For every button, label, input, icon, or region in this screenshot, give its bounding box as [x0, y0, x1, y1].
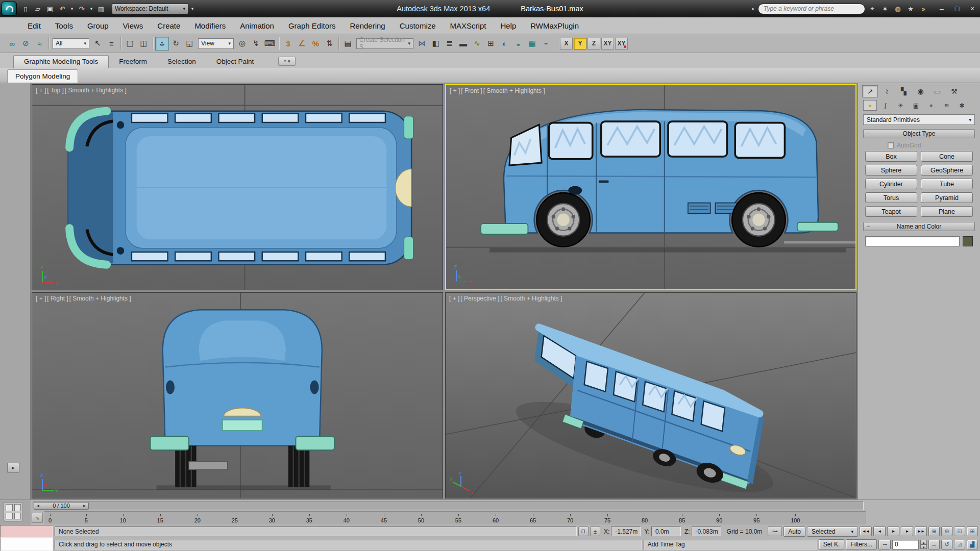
minimize-button[interactable]: – — [934, 3, 949, 15]
pyramid-button[interactable]: Pyramid — [921, 192, 973, 203]
open-file-button[interactable]: ▱ — [32, 3, 43, 14]
menu-group[interactable]: Group — [80, 21, 116, 30]
coordinate-system-dropdown[interactable]: View ▾ — [198, 38, 234, 49]
render-production-icon[interactable]: ◓ — [539, 37, 553, 51]
axis-z-button[interactable]: Z — [587, 38, 600, 49]
favorites-star-icon[interactable]: ★ — [905, 3, 916, 14]
selection-region-icon[interactable]: ▢ — [123, 37, 137, 51]
select-move-icon[interactable]: ↔ ↕ — [155, 37, 169, 51]
y-coord-field[interactable]: 0.0m — [651, 527, 681, 536]
zoom-icon[interactable]: ⊕ — [928, 527, 940, 536]
zoom-region-icon[interactable]: ⊞ — [967, 527, 978, 536]
helpers-category-icon[interactable]: ⌖ — [924, 100, 938, 111]
axis-y-button[interactable]: Y — [574, 38, 586, 49]
track-bar-ruler[interactable]: 0 5 10 15 20 25 30 35 40 45 50 55 60 65 … — [44, 511, 866, 524]
selection-lock-icon[interactable]: ⊓ — [578, 527, 589, 536]
select-rotate-icon[interactable]: ↻ — [169, 37, 183, 51]
frame-forward-arrow-icon[interactable]: ► — [81, 504, 88, 508]
menu-customize[interactable]: Customize — [393, 21, 443, 30]
graphite-ribbon-toggle-icon[interactable]: ▬ — [456, 37, 470, 51]
search-icon[interactable]: ⌖ — [867, 3, 878, 14]
named-selection-sets-icon[interactable]: ▤ — [341, 37, 355, 51]
object-type-rollout[interactable]: − Object Type — [863, 129, 975, 138]
autogrid-checkbox[interactable] — [888, 142, 894, 148]
axis-xy-button[interactable]: XY — [601, 38, 614, 49]
absolute-offset-icon[interactable]: ± — [590, 527, 600, 536]
create-tab-icon[interactable]: ↗ — [862, 85, 878, 97]
qat-overflow-button[interactable]: ▾ — [189, 3, 195, 14]
systems-category-icon[interactable]: ✱ — [955, 100, 969, 111]
previous-frame-button[interactable]: ◄ — [873, 527, 886, 536]
menu-maxscript[interactable]: MAXScript — [443, 21, 494, 30]
viewport-shading[interactable]: [ Smooth + Highlights ] — [65, 87, 127, 94]
app-logo-icon[interactable] — [2, 2, 17, 16]
menu-views[interactable]: Views — [116, 21, 151, 30]
maxscript-mini-listener-white[interactable] — [0, 538, 53, 551]
select-manipulate-icon[interactable]: ↯ — [249, 37, 263, 51]
spacewarps-category-icon[interactable]: ≋ — [940, 100, 953, 111]
cameras-category-icon[interactable]: ▣ — [909, 100, 923, 111]
viewport-layout-icon[interactable] — [4, 502, 23, 521]
add-time-tag-field[interactable]: Add Time Tag — [644, 540, 817, 549]
zoom-extents-icon[interactable]: ⊡ — [954, 527, 965, 536]
rendered-frame-window-icon[interactable]: ▦ — [525, 37, 539, 51]
window-crossing-icon[interactable]: ◫ — [137, 37, 151, 51]
undo-button[interactable]: ↶ — [57, 3, 68, 14]
cone-button[interactable]: Cone — [921, 151, 973, 162]
schematic-view-icon[interactable]: ⊞ — [484, 37, 498, 51]
infocenter-expand-icon[interactable]: ▸ — [750, 3, 756, 14]
curve-editor-icon[interactable]: ∿ — [470, 37, 484, 51]
ribbon-tab-freeform[interactable]: Freeform — [109, 56, 157, 68]
angle-snap-icon[interactable]: ∠ — [295, 37, 309, 51]
layer-manager-icon[interactable]: ≣ — [443, 37, 456, 51]
orbit-icon[interactable]: ↺ — [941, 540, 952, 549]
project-window-icon[interactable]: ▥ — [95, 3, 107, 14]
viewport-menu-plus[interactable]: [ + ] — [449, 295, 459, 302]
redo-button[interactable]: ↷ — [76, 3, 87, 14]
track-curves-icon[interactable]: ∿ — [32, 513, 43, 523]
menu-help[interactable]: Help — [493, 21, 523, 30]
undo-dropdown-icon[interactable]: ▾ — [69, 3, 75, 14]
frame-spinner[interactable]: ▴ ▾ — [920, 540, 927, 549]
set-key-button[interactable]: Set K. — [819, 539, 845, 549]
field-of-view-icon[interactable]: ⊿ — [954, 540, 965, 549]
cylinder-button[interactable]: Cylinder — [865, 179, 917, 189]
display-tab-icon[interactable]: ▭ — [929, 85, 945, 97]
search-input[interactable] — [758, 4, 865, 14]
selection-filter-dropdown[interactable]: All ▾ — [53, 38, 89, 49]
hierarchy-tab-icon[interactable]: ▚ — [896, 85, 912, 97]
ribbon-options-button[interactable]: ≡ ▾ — [278, 57, 296, 66]
name-color-rollout[interactable]: − Name and Color — [863, 222, 975, 231]
redo-dropdown-icon[interactable]: ▾ — [88, 3, 94, 14]
spinner-down-icon[interactable]: ▾ — [920, 544, 927, 549]
axis-xy-flyout-button[interactable]: XY — [615, 38, 628, 49]
object-color-swatch[interactable] — [963, 236, 973, 246]
subscription-icon[interactable]: ✶ — [879, 3, 891, 14]
viewport-name[interactable]: [ Perspective ] — [460, 295, 499, 302]
geometry-category-icon[interactable]: ● — [863, 100, 877, 111]
viewport-shading[interactable]: [ Smooth + Highlights ] — [500, 295, 562, 302]
axis-x-button[interactable]: X — [560, 38, 573, 49]
bind-spacewarp-icon[interactable]: ≈ — [33, 37, 46, 51]
key-mode-toggle-icon[interactable]: ⊶ — [878, 540, 891, 549]
material-editor-icon[interactable]: ◐ — [498, 37, 511, 51]
menu-animation[interactable]: Animation — [233, 21, 281, 30]
ribbon-tab-graphite[interactable]: Graphite Modeling Tools — [13, 55, 109, 68]
layout-flyout-button[interactable]: ► — [7, 463, 19, 473]
menu-rendering[interactable]: Rendering — [342, 21, 392, 30]
selected-dropdown[interactable]: Selected ▾ — [807, 527, 858, 537]
viewport-front[interactable]: [ + ] [ Front ] [ Smooth + Highlights ] — [445, 84, 856, 290]
rollout-collapse-icon[interactable]: − — [867, 223, 870, 230]
keyboard-override-icon[interactable]: ⌨ — [263, 37, 277, 51]
zoom-all-icon[interactable]: ⊛ — [941, 527, 952, 536]
menu-create[interactable]: Create — [150, 21, 187, 30]
new-scene-button[interactable]: ▯ — [20, 3, 31, 14]
viewport-menu-plus[interactable]: [ + ] — [36, 295, 46, 302]
z-coord-field[interactable]: -0.083m — [692, 527, 721, 536]
goto-start-button[interactable]: ◄◄ — [860, 527, 872, 536]
named-selection-combo[interactable]: Create Selection S ▾ — [356, 38, 413, 49]
time-slider-track[interactable]: ◄ 0 / 100 ► — [33, 502, 864, 510]
unlink-icon[interactable]: ⊘ — [19, 37, 33, 51]
menu-modifiers[interactable]: Modifiers — [187, 21, 233, 30]
menu-tools[interactable]: Tools — [48, 21, 80, 30]
